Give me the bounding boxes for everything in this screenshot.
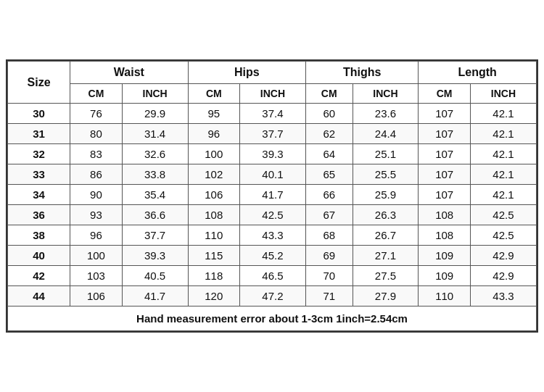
hips-cm-cell: 115 — [188, 246, 240, 266]
waist-cm-cell: 96 — [70, 225, 123, 246]
table-row: 4010039.311545.26927.110942.9 — [8, 246, 537, 266]
table-row: 389637.711043.36826.710842.5 — [8, 225, 537, 246]
table-row: 369336.610842.56726.310842.5 — [8, 205, 537, 225]
length-inch-cell: 42.5 — [470, 205, 536, 225]
hips-inch-cell: 46.5 — [240, 266, 306, 286]
group-header-row: Size Waist Hips Thighs Length — [8, 62, 537, 84]
length-cm-cell: 109 — [419, 266, 471, 286]
hips-inch-cell: 43.3 — [240, 225, 306, 246]
hips-cm-cell: 118 — [188, 266, 240, 286]
hips-cm-cell: 95 — [188, 104, 240, 124]
hips-cm-cell: 106 — [188, 185, 240, 205]
length-cm-cell: 107 — [419, 124, 471, 144]
hips-group-header: Hips — [188, 62, 305, 84]
waist-inch-cell: 32.6 — [122, 144, 188, 164]
length-inch-cell: 42.1 — [470, 185, 536, 205]
waist-cm-cell: 83 — [70, 144, 123, 164]
hips-inch-cell: 37.7 — [240, 124, 306, 144]
waist-group-header: Waist — [70, 62, 188, 84]
waist-inch-cell: 29.9 — [122, 104, 188, 124]
size-chart-container: Size Waist Hips Thighs Length CM INCH CM… — [6, 59, 538, 333]
hips-inch-cell: 37.4 — [240, 104, 306, 124]
hips-cm-cell: 110 — [188, 225, 240, 246]
waist-cm-cell: 76 — [70, 104, 123, 124]
sub-header-row: CM INCH CM INCH CM INCH CM INCH — [8, 84, 537, 104]
hips-inch-header: INCH — [240, 84, 306, 104]
size-cell: 40 — [8, 246, 70, 266]
waist-cm-cell: 100 — [70, 246, 123, 266]
length-inch-cell: 42.1 — [470, 104, 536, 124]
table-row: 4210340.511846.57027.510942.9 — [8, 266, 537, 286]
thighs-inch-cell: 24.4 — [353, 124, 419, 144]
thighs-cm-cell: 67 — [305, 205, 353, 225]
table-row: 318031.49637.76224.410742.1 — [8, 124, 537, 144]
length-cm-cell: 107 — [419, 185, 471, 205]
waist-inch-cell: 33.8 — [122, 164, 188, 185]
size-cell: 34 — [8, 185, 70, 205]
waist-inch-cell: 31.4 — [122, 124, 188, 144]
table-row: 349035.410641.76625.910742.1 — [8, 185, 537, 205]
size-cell: 36 — [8, 205, 70, 225]
hips-cm-cell: 102 — [188, 164, 240, 185]
waist-cm-cell: 86 — [70, 164, 123, 185]
length-cm-cell: 110 — [419, 286, 471, 306]
length-cm-cell: 108 — [419, 205, 471, 225]
waist-cm-cell: 90 — [70, 185, 123, 205]
length-cm-cell: 108 — [419, 225, 471, 246]
waist-inch-cell: 37.7 — [122, 225, 188, 246]
thighs-cm-cell: 62 — [305, 124, 353, 144]
hips-inch-cell: 40.1 — [240, 164, 306, 185]
waist-cm-cell: 93 — [70, 205, 123, 225]
waist-inch-cell: 39.3 — [122, 246, 188, 266]
thighs-cm-cell: 69 — [305, 246, 353, 266]
hips-cm-cell: 100 — [188, 144, 240, 164]
hips-cm-cell: 120 — [188, 286, 240, 306]
table-body: 307629.99537.46023.610742.1318031.49637.… — [8, 104, 537, 306]
waist-inch-cell: 35.4 — [122, 185, 188, 205]
hips-cm-cell: 108 — [188, 205, 240, 225]
thighs-inch-cell: 27.5 — [353, 266, 419, 286]
thighs-inch-cell: 23.6 — [353, 104, 419, 124]
size-cell: 32 — [8, 144, 70, 164]
length-cm-cell: 107 — [419, 144, 471, 164]
thighs-inch-cell: 25.1 — [353, 144, 419, 164]
length-inch-cell: 42.1 — [470, 164, 536, 185]
thighs-inch-cell: 26.3 — [353, 205, 419, 225]
thighs-cm-cell: 70 — [305, 266, 353, 286]
size-cell: 33 — [8, 164, 70, 185]
length-inch-cell: 42.9 — [470, 266, 536, 286]
size-cell: 30 — [8, 104, 70, 124]
footer-row: Hand measurement error about 1-3cm 1inch… — [8, 306, 537, 331]
hips-inch-cell: 42.5 — [240, 205, 306, 225]
length-cm-cell: 107 — [419, 104, 471, 124]
thighs-cm-cell: 66 — [305, 185, 353, 205]
thighs-inch-cell: 25.9 — [353, 185, 419, 205]
hips-inch-cell: 41.7 — [240, 185, 306, 205]
length-inch-cell: 42.9 — [470, 246, 536, 266]
length-inch-cell: 42.1 — [470, 144, 536, 164]
waist-cm-cell: 106 — [70, 286, 123, 306]
thighs-inch-header: INCH — [353, 84, 419, 104]
thighs-cm-header: CM — [305, 84, 353, 104]
table-row: 307629.99537.46023.610742.1 — [8, 104, 537, 124]
table-row: 338633.810240.16525.510742.1 — [8, 164, 537, 185]
thighs-inch-cell: 27.9 — [353, 286, 419, 306]
length-inch-cell: 42.1 — [470, 124, 536, 144]
length-cm-header: CM — [419, 84, 471, 104]
hips-cm-cell: 96 — [188, 124, 240, 144]
hips-cm-header: CM — [188, 84, 240, 104]
thighs-cm-cell: 65 — [305, 164, 353, 185]
waist-cm-cell: 80 — [70, 124, 123, 144]
thighs-cm-cell: 68 — [305, 225, 353, 246]
waist-inch-cell: 36.6 — [122, 205, 188, 225]
table-row: 4410641.712047.27127.911043.3 — [8, 286, 537, 306]
waist-cm-cell: 103 — [70, 266, 123, 286]
thighs-inch-cell: 25.5 — [353, 164, 419, 185]
size-header: Size — [8, 62, 70, 104]
length-cm-cell: 109 — [419, 246, 471, 266]
waist-inch-cell: 40.5 — [122, 266, 188, 286]
footer-note: Hand measurement error about 1-3cm 1inch… — [8, 306, 537, 331]
length-group-header: Length — [419, 62, 537, 84]
length-inch-cell: 43.3 — [470, 286, 536, 306]
hips-inch-cell: 45.2 — [240, 246, 306, 266]
